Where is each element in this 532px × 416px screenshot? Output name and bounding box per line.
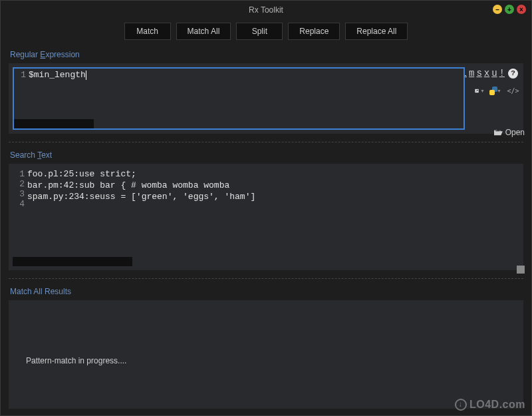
results-status-text: Pattern-match in progress.... bbox=[26, 356, 126, 365]
flag-x[interactable]: x bbox=[483, 68, 490, 79]
main-window: Rx Toolkit – + × Match Match All Split R… bbox=[0, 0, 532, 416]
window-title: Rx Toolkit bbox=[249, 5, 283, 15]
line-number: 1 bbox=[14, 70, 26, 80]
regex-sidebar: / i m s x u ! ? ▼ ▼ </> bbox=[465, 63, 523, 134]
open-button[interactable]: Open bbox=[493, 128, 525, 137]
results-section-label: Match All Results bbox=[1, 280, 531, 300]
regex-editor[interactable]: 1 $min_length bbox=[13, 67, 465, 130]
line-number: 2 bbox=[13, 179, 25, 189]
stop-button[interactable] bbox=[517, 266, 525, 274]
search-editor[interactable]: 1 2 3 4 foo.pl:25:use strict; bar.pm:42:… bbox=[13, 168, 519, 209]
download-icon bbox=[455, 399, 467, 411]
match-all-button[interactable]: Match All bbox=[176, 23, 231, 40]
search-panel: 1 2 3 4 foo.pl:25:use strict; bar.pm:42:… bbox=[9, 164, 523, 270]
watermark: LO4D.com bbox=[455, 399, 525, 411]
divider bbox=[9, 142, 523, 142]
line-number: 1 bbox=[13, 169, 25, 179]
results-panel: Pattern-match in progress.... bbox=[9, 300, 523, 409]
split-button[interactable]: Split bbox=[236, 23, 283, 40]
flag-m[interactable]: m bbox=[468, 68, 475, 79]
window-close-button[interactable]: × bbox=[517, 5, 526, 14]
flag-u[interactable]: u bbox=[491, 68, 497, 79]
scrollbar-track[interactable] bbox=[13, 257, 132, 266]
line-number: 3 bbox=[13, 189, 25, 199]
folder-open-icon bbox=[493, 128, 503, 136]
line-number: 4 bbox=[13, 199, 25, 209]
export-icon[interactable]: ▼ bbox=[475, 86, 485, 96]
divider bbox=[9, 278, 523, 279]
toolbar: Match Match All Split Replace Replace Al… bbox=[1, 19, 531, 43]
chevron-down-icon: ▼ bbox=[480, 89, 485, 93]
search-section-label: Search Text bbox=[1, 144, 531, 164]
flag-s[interactable]: s bbox=[475, 68, 482, 79]
code-view-icon[interactable]: </> bbox=[508, 86, 518, 96]
watermark-text: LO4D.com bbox=[469, 399, 525, 411]
text-cursor bbox=[86, 71, 86, 80]
code-line bbox=[27, 202, 519, 203]
python-icon[interactable]: ▼ bbox=[491, 86, 501, 96]
match-button[interactable]: Match bbox=[124, 23, 171, 40]
open-label: Open bbox=[505, 128, 525, 137]
window-maximize-button[interactable]: + bbox=[505, 5, 514, 14]
titlebar: Rx Toolkit – + × bbox=[1, 1, 531, 19]
flag-exclaim[interactable]: ! bbox=[499, 68, 505, 79]
replace-all-button[interactable]: Replace All bbox=[345, 23, 408, 40]
code-line: spam.py:234:seuss = ['green', 'eggs', 'h… bbox=[27, 190, 519, 202]
code-line: bar.pm:42:sub bar { # womba womba womba bbox=[27, 179, 519, 190]
search-gutter: 1 2 3 4 bbox=[13, 168, 27, 209]
replace-button[interactable]: Replace bbox=[288, 23, 340, 40]
window-minimize-button[interactable]: – bbox=[493, 5, 502, 14]
regex-section-label: Regular Expression bbox=[1, 43, 531, 63]
regex-panel: 1 $min_length / i m s x u ! ? ▼ bbox=[9, 63, 523, 134]
chevron-down-icon: ▼ bbox=[497, 89, 501, 93]
code-line: foo.pl:25:use strict; bbox=[27, 168, 519, 179]
help-icon[interactable]: ? bbox=[508, 69, 518, 79]
scrollbar-track[interactable] bbox=[14, 119, 94, 128]
search-text-input[interactable]: foo.pl:25:use strict; bar.pm:42:sub bar … bbox=[27, 168, 519, 209]
